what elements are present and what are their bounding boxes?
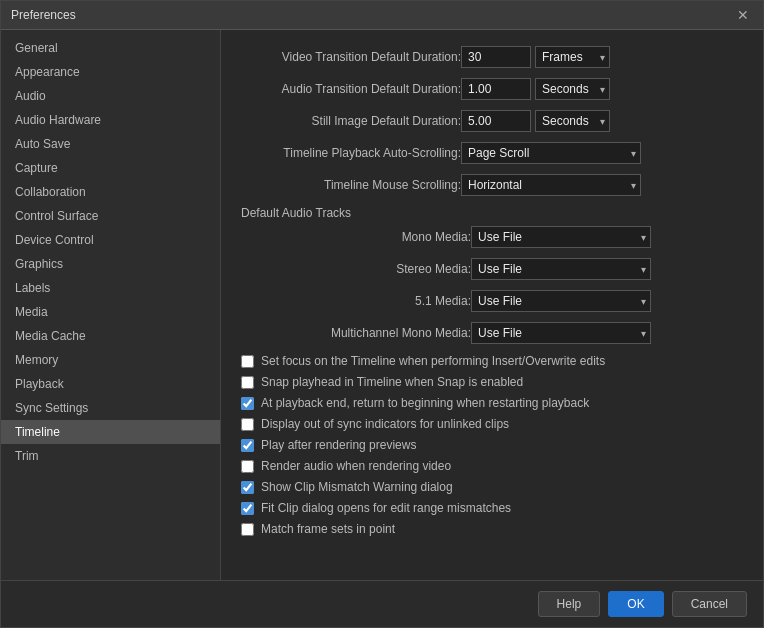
- mono-media-select[interactable]: Use File Mono Stereo: [471, 226, 651, 248]
- video-transition-input[interactable]: [461, 46, 531, 68]
- checkbox-label-cb8: Fit Clip dialog opens for edit range mis…: [261, 501, 511, 515]
- mono-media-label: Mono Media:: [291, 230, 471, 244]
- cancel-button[interactable]: Cancel: [672, 591, 747, 617]
- stereo-media-label: Stereo Media:: [291, 262, 471, 276]
- sidebar-item-appearance[interactable]: Appearance: [1, 60, 220, 84]
- playback-scroll-controls: Page Scroll No Scroll Smooth Scroll: [461, 142, 641, 164]
- sidebar-item-labels[interactable]: Labels: [1, 276, 220, 300]
- mouse-scroll-wrapper: Horizontal Vertical: [461, 174, 641, 196]
- sidebar-item-memory[interactable]: Memory: [1, 348, 220, 372]
- sidebar-item-control-surface[interactable]: Control Surface: [1, 204, 220, 228]
- checkboxes-section: Set focus on the Timeline when performin…: [241, 354, 743, 536]
- checkbox-cb5[interactable]: [241, 439, 254, 452]
- video-transition-unit-wrapper: Frames Seconds: [535, 46, 610, 68]
- sidebar-item-playback[interactable]: Playback: [1, 372, 220, 396]
- multichannel-select[interactable]: Use File Mono: [471, 322, 651, 344]
- audio-transition-controls: Seconds Frames: [461, 78, 610, 100]
- fiveone-media-wrapper: Use File Mono 5.1: [471, 290, 651, 312]
- video-transition-controls: Frames Seconds: [461, 46, 610, 68]
- video-transition-row: Video Transition Default Duration: Frame…: [241, 46, 743, 68]
- sidebar-item-device-control[interactable]: Device Control: [1, 228, 220, 252]
- audio-transition-input[interactable]: [461, 78, 531, 100]
- playback-scroll-label: Timeline Playback Auto-Scrolling:: [241, 146, 461, 160]
- help-button[interactable]: Help: [538, 591, 601, 617]
- checkbox-row-cb6: Render audio when rendering video: [241, 459, 743, 473]
- sidebar-item-general[interactable]: General: [1, 36, 220, 60]
- checkbox-row-cb3: At playback end, return to beginning whe…: [241, 396, 743, 410]
- checkbox-label-cb6: Render audio when rendering video: [261, 459, 451, 473]
- checkbox-cb1[interactable]: [241, 355, 254, 368]
- checkbox-label-cb2: Snap playhead in Timeline when Snap is e…: [261, 375, 523, 389]
- playback-scroll-wrapper: Page Scroll No Scroll Smooth Scroll: [461, 142, 641, 164]
- checkbox-row-cb8: Fit Clip dialog opens for edit range mis…: [241, 501, 743, 515]
- default-audio-tracks-title: Default Audio Tracks: [241, 206, 743, 220]
- preferences-dialog: Preferences ✕ GeneralAppearanceAudioAudi…: [0, 0, 764, 628]
- mono-media-row: Mono Media: Use File Mono Stereo: [291, 226, 743, 248]
- checkbox-label-cb3: At playback end, return to beginning whe…: [261, 396, 589, 410]
- checkbox-row-cb7: Show Clip Mismatch Warning dialog: [241, 480, 743, 494]
- checkbox-label-cb4: Display out of sync indicators for unlin…: [261, 417, 509, 431]
- sidebar-item-graphics[interactable]: Graphics: [1, 252, 220, 276]
- still-image-controls: Seconds Frames: [461, 110, 610, 132]
- checkbox-cb9[interactable]: [241, 523, 254, 536]
- stereo-media-wrapper: Use File Mono Stereo: [471, 258, 651, 280]
- multichannel-wrapper: Use File Mono: [471, 322, 651, 344]
- sidebar-item-timeline[interactable]: Timeline: [1, 420, 220, 444]
- fiveone-media-label: 5.1 Media:: [291, 294, 471, 308]
- sidebar-item-capture[interactable]: Capture: [1, 156, 220, 180]
- sidebar: GeneralAppearanceAudioAudio HardwareAuto…: [1, 30, 221, 580]
- checkbox-cb2[interactable]: [241, 376, 254, 389]
- ok-button[interactable]: OK: [608, 591, 663, 617]
- checkbox-row-cb2: Snap playhead in Timeline when Snap is e…: [241, 375, 743, 389]
- content-area: GeneralAppearanceAudioAudio HardwareAuto…: [1, 30, 763, 580]
- sidebar-item-audio[interactable]: Audio: [1, 84, 220, 108]
- multichannel-row: Multichannel Mono Media: Use File Mono: [291, 322, 743, 344]
- mono-media-wrapper: Use File Mono Stereo: [471, 226, 651, 248]
- sidebar-item-sync-settings[interactable]: Sync Settings: [1, 396, 220, 420]
- fiveone-media-row: 5.1 Media: Use File Mono 5.1: [291, 290, 743, 312]
- sidebar-item-auto-save[interactable]: Auto Save: [1, 132, 220, 156]
- dialog-title: Preferences: [11, 8, 76, 22]
- audio-transition-row: Audio Transition Default Duration: Secon…: [241, 78, 743, 100]
- still-image-label: Still Image Default Duration:: [241, 114, 461, 128]
- checkbox-label-cb5: Play after rendering previews: [261, 438, 416, 452]
- checkbox-label-cb9: Match frame sets in point: [261, 522, 395, 536]
- still-image-unit-select[interactable]: Seconds Frames: [535, 110, 610, 132]
- checkbox-label-cb1: Set focus on the Timeline when performin…: [261, 354, 605, 368]
- checkbox-row-cb5: Play after rendering previews: [241, 438, 743, 452]
- video-transition-label: Video Transition Default Duration:: [241, 50, 461, 64]
- mouse-scroll-label: Timeline Mouse Scrolling:: [241, 178, 461, 192]
- still-image-row: Still Image Default Duration: Seconds Fr…: [241, 110, 743, 132]
- multichannel-label: Multichannel Mono Media:: [291, 326, 471, 340]
- playback-scroll-row: Timeline Playback Auto-Scrolling: Page S…: [241, 142, 743, 164]
- sidebar-item-trim[interactable]: Trim: [1, 444, 220, 468]
- checkbox-row-cb1: Set focus on the Timeline when performin…: [241, 354, 743, 368]
- sidebar-item-media[interactable]: Media: [1, 300, 220, 324]
- playback-scroll-select[interactable]: Page Scroll No Scroll Smooth Scroll: [461, 142, 641, 164]
- checkbox-cb6[interactable]: [241, 460, 254, 473]
- title-bar: Preferences ✕: [1, 1, 763, 30]
- sidebar-item-media-cache[interactable]: Media Cache: [1, 324, 220, 348]
- mouse-scroll-select[interactable]: Horizontal Vertical: [461, 174, 641, 196]
- audio-transition-unit-wrapper: Seconds Frames: [535, 78, 610, 100]
- checkbox-cb3[interactable]: [241, 397, 254, 410]
- mouse-scroll-row: Timeline Mouse Scrolling: Horizontal Ver…: [241, 174, 743, 196]
- checkbox-cb7[interactable]: [241, 481, 254, 494]
- stereo-media-row: Stereo Media: Use File Mono Stereo: [291, 258, 743, 280]
- video-transition-unit-select[interactable]: Frames Seconds: [535, 46, 610, 68]
- audio-transition-unit-select[interactable]: Seconds Frames: [535, 78, 610, 100]
- still-image-input[interactable]: [461, 110, 531, 132]
- audio-transition-label: Audio Transition Default Duration:: [241, 82, 461, 96]
- fiveone-media-select[interactable]: Use File Mono 5.1: [471, 290, 651, 312]
- checkbox-row-cb9: Match frame sets in point: [241, 522, 743, 536]
- mouse-scroll-controls: Horizontal Vertical: [461, 174, 641, 196]
- stereo-media-select[interactable]: Use File Mono Stereo: [471, 258, 651, 280]
- checkbox-cb8[interactable]: [241, 502, 254, 515]
- still-image-unit-wrapper: Seconds Frames: [535, 110, 610, 132]
- sidebar-item-audio-hardware[interactable]: Audio Hardware: [1, 108, 220, 132]
- checkbox-cb4[interactable]: [241, 418, 254, 431]
- close-button[interactable]: ✕: [733, 7, 753, 23]
- checkbox-row-cb4: Display out of sync indicators for unlin…: [241, 417, 743, 431]
- sidebar-item-collaboration[interactable]: Collaboration: [1, 180, 220, 204]
- checkbox-label-cb7: Show Clip Mismatch Warning dialog: [261, 480, 453, 494]
